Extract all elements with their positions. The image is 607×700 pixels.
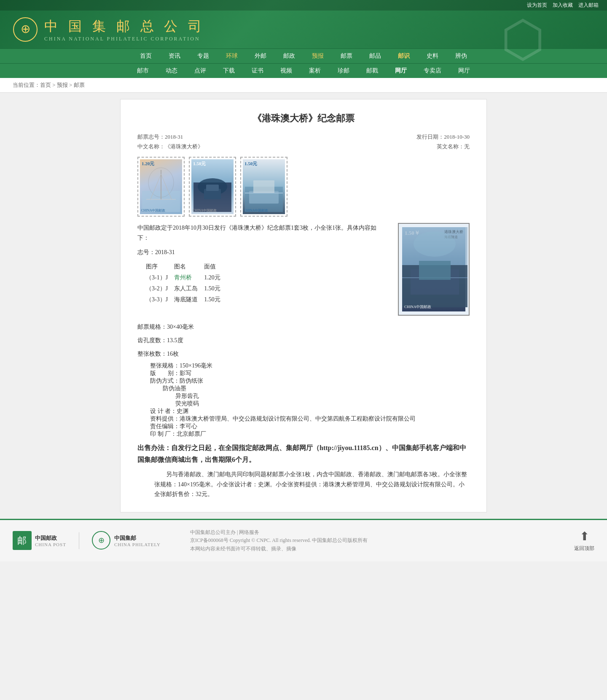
svg-text:⊕: ⊕ (21, 22, 30, 35)
row1-seq: （3-1）J (146, 272, 174, 283)
table-header-row: 图序 图名 面值 (146, 261, 227, 272)
nav-preview[interactable]: 预报 (304, 49, 332, 63)
nav-hall[interactable]: 网厅 (387, 64, 415, 78)
nav-knowledge[interactable]: 邮识 (389, 49, 418, 63)
table-row: （3-2）J 东人工岛 1.50元 (146, 283, 227, 294)
back-to-top-label: 返回顶部 (574, 545, 594, 552)
footer: 邮 中国邮政 CHINA POST ⊕ 中国集邮 CHINA PHILATELY… (0, 519, 607, 561)
nav-trends[interactable]: 动态 (157, 64, 186, 78)
perforation-spec: 齿孔度数：13.5度 (137, 335, 470, 346)
nav-homepage[interactable]: 首页 (132, 49, 160, 63)
stamp-2-china: CHINA中国邮政 (193, 208, 217, 213)
svg-point-21 (414, 231, 456, 257)
footer-logo-divider (79, 532, 79, 549)
logo-text-chinese: 中 国 集 邮 总 公 司 (44, 17, 205, 36)
extra-info: 另与香港邮政、澳门邮电共同印制同题材邮票小全张1枚，内含中国邮政、香港邮政、澳门… (154, 469, 470, 499)
china-post-cn: 中国邮政 (35, 534, 66, 542)
english-name: 英文名称：无 (437, 143, 470, 150)
header: 设为首页 加入收藏 进入邮箱 ⊕ 中 国 集 邮 总 公 司 CHINA NAT… (0, 0, 607, 78)
row1-value: 1.20元 (204, 272, 227, 283)
logo-area: ⊕ 中 国 集 邮 总 公 司 CHINA NATIONAL PHILATELI… (0, 11, 607, 48)
small-sheet: 1.50￥ 港珠澳大桥 海底隧道 CHINA中国邮政 (398, 223, 470, 316)
stamp-3-china: CHINA中国邮政 (244, 208, 268, 213)
back-to-top-button[interactable]: ⬆ 返回顶部 (574, 529, 594, 552)
col-sequence: 图序 (146, 261, 174, 272)
stamps-container: 1.20元 CHINA中国邮政 1.50元 (137, 157, 470, 217)
small-sheet-image: 1.50￥ 港珠澳大桥 海底隧道 CHINA中国邮政 (402, 227, 465, 311)
nav-rare[interactable]: 珍邮 (329, 64, 358, 78)
china-post-en: CHINA POST (35, 542, 66, 547)
sheet-count: 整张枚数：16枚 (137, 349, 470, 359)
intro-paragraph: 中国邮政定于2018年10月30日发行《港珠澳大桥》纪念邮票1套3枚，小全张1张… (137, 223, 379, 243)
anti-fake-ink: 防伪油墨 (163, 385, 470, 392)
svg-rect-11 (206, 185, 219, 191)
col-name: 图名 (174, 261, 204, 272)
row3-name: 海底隧道 (174, 294, 204, 305)
row2-seq: （3-2）J (146, 283, 174, 294)
stamp-code: 邮票志号：2018-31 (137, 133, 183, 141)
anti-fake-perforations: 异形齿孔 (175, 392, 470, 400)
stamp-1-image: 1.20元 CHINA中国邮政 (140, 159, 182, 214)
row3-value: 1.50元 (204, 294, 227, 305)
brand-logo-icon: ⊕ (13, 17, 38, 42)
stamp-spec: 邮票规格：30×40毫米 (137, 322, 470, 332)
logo-text-english: CHINA NATIONAL PHILATELIC CORPORATION (44, 36, 205, 42)
nav-review[interactable]: 点评 (186, 64, 215, 78)
nav-special[interactable]: 专题 (189, 49, 218, 63)
footer-copyright: 中国集邮总公司主办 | 网络服务 京ICP备000068号 Copyright … (190, 528, 557, 553)
nav-verify[interactable]: 辨伪 (447, 49, 475, 63)
nav-case[interactable]: 案析 (301, 64, 329, 78)
nav-shop[interactable]: 专卖店 (415, 64, 450, 78)
small-sheet-china-text: CHINA中国邮政 (404, 304, 432, 310)
nav-market[interactable]: 邮市 (129, 64, 157, 78)
nav-stamps[interactable]: 邮票 (332, 49, 361, 63)
table-row: （3-3）J 海底隧道 1.50元 (146, 294, 227, 305)
stamp-3: 1.50元 CHINA中国邮政 (240, 157, 287, 217)
footer-logos: 邮 中国邮政 CHINA POST ⊕ 中国集邮 CHINA PHILATELY (13, 531, 161, 550)
designer: 设 计 者：史渊 (150, 408, 470, 415)
enter-mailbox-link[interactable]: 进入邮箱 (578, 2, 599, 8)
row2-value: 1.50元 (204, 283, 227, 294)
breadcrumb: 当前位置：首页 > 预报 > 邮票 (0, 78, 607, 93)
china-post-icon: 邮 (13, 531, 32, 550)
small-sheet-container: 1.50￥ 港珠澳大桥 海底隧道 CHINA中国邮政 (385, 223, 470, 316)
china-philately-logo: ⊕ 中国集邮 CHINA PHILATELY (92, 531, 161, 550)
nav-postmark[interactable]: 邮戳 (358, 64, 387, 78)
nav-certificate[interactable]: 证书 (243, 64, 272, 78)
nav-download[interactable]: 下载 (215, 64, 243, 78)
nav-postal[interactable]: 邮政 (275, 49, 304, 63)
china-philately-cn: 中国集邮 (114, 534, 161, 542)
nav-goods[interactable]: 邮品 (361, 49, 389, 63)
back-to-top-icon: ⬆ (580, 529, 589, 543)
china-post-logo: 邮 中国邮政 CHINA POST (13, 531, 66, 550)
row3-seq: （3-3）J (146, 294, 174, 305)
printer: 印 制 厂：北京邮票厂 (150, 430, 470, 438)
china-philately-en: CHINA PHILATELY (114, 542, 161, 547)
content-text: 中国邮政定于2018年10月30日发行《港珠澳大桥》纪念邮票1套3枚，小全张1张… (137, 223, 379, 316)
nav-news[interactable]: 资讯 (160, 49, 189, 63)
resource-provider: 资料提供：港珠澳大桥管理局、中交公路规划设计院有限公司、中交第四航务工程勘察设计… (150, 415, 470, 423)
nav-history[interactable]: 史料 (418, 49, 447, 63)
sale-info: 出售办法：自发行之日起，在全国指定邮政网点、集邮网厅（http://jiyou.… (137, 442, 470, 465)
meta-row-2: 中文名称：《港珠澳大桥》 英文名称：无 (137, 143, 470, 150)
nav-video[interactable]: 视频 (272, 64, 301, 78)
chinese-name: 中文名称：《港珠澳大桥》 (137, 143, 203, 150)
spec-table: 图序 图名 面值 （3-1）J 青州桥 1.20元 （3-2）J (146, 261, 379, 305)
issue-date: 发行日期：2018-10-30 (416, 133, 470, 141)
stamp-2: 1.50元 CHINA中国邮政 (189, 157, 236, 217)
stamp-2-image: 1.50元 CHINA中国邮政 (191, 159, 234, 214)
meta-row-1: 邮票志号：2018-31 发行日期：2018-10-30 (137, 133, 470, 141)
svg-rect-20 (419, 261, 451, 280)
stamp-1-china: CHINA中国邮政 (141, 208, 165, 213)
nav-global[interactable]: 环球 (218, 49, 246, 63)
content-with-sheet: 中国邮政定于2018年10月30日发行《港珠澳大桥》纪念邮票1套3枚，小全张1张… (137, 223, 470, 316)
china-philately-icon: ⊕ (92, 531, 111, 550)
anti-fake-fluorescent: 荧光喷码 (175, 400, 470, 408)
nav-overseas[interactable]: 外邮 (246, 49, 275, 63)
svg-text:邮: 邮 (17, 535, 27, 546)
zhi-hao: 志号：2018-31 (137, 247, 379, 257)
article-title: 《港珠澳大桥》纪念邮票 (137, 112, 470, 125)
nav-online-hall[interactable]: 网厅 (450, 64, 478, 78)
editor: 责任编辑：李可心 (150, 423, 470, 430)
table-row: （3-1）J 青州桥 1.20元 (146, 272, 227, 283)
